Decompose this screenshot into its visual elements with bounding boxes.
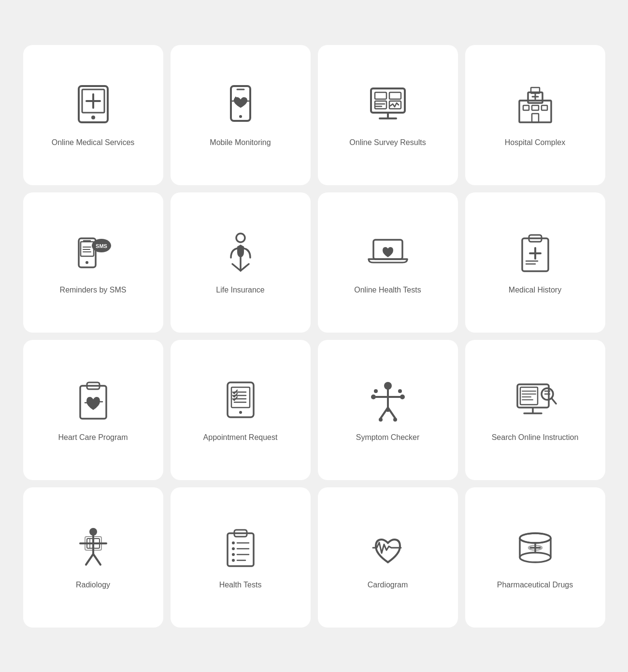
card-heart-care-program[interactable]: Heart Care Program (23, 340, 163, 480)
svg-point-52 (239, 411, 242, 414)
health-tests-icon (216, 524, 265, 572)
life-insurance-label: Life Insurance (216, 285, 265, 295)
svg-point-96 (232, 547, 235, 550)
card-pharmaceutical-drugs[interactable]: Pharmaceutical Drugs (465, 487, 605, 628)
svg-point-65 (374, 389, 378, 393)
svg-rect-20 (532, 105, 539, 110)
svg-point-4 (91, 116, 95, 119)
card-mobile-monitoring[interactable]: Mobile Monitoring (171, 45, 311, 185)
svg-point-97 (232, 553, 235, 556)
svg-rect-93 (228, 533, 254, 566)
svg-point-82 (89, 528, 97, 536)
online-survey-results-icon (364, 81, 412, 130)
svg-rect-22 (532, 114, 539, 122)
svg-point-95 (232, 541, 235, 544)
online-health-tests-icon (364, 229, 412, 277)
health-tests-label: Health Tests (219, 580, 262, 590)
mobile-monitoring-label: Mobile Monitoring (210, 137, 271, 148)
card-hospital-complex[interactable]: Hospital Complex (465, 45, 605, 185)
appointment-request-icon (216, 376, 265, 424)
svg-rect-11 (375, 92, 386, 99)
card-appointment-request[interactable]: Appointment Request (171, 340, 311, 480)
card-symptom-checker[interactable]: Symptom Checker (318, 340, 458, 480)
hospital-complex-label: Hospital Complex (505, 137, 565, 148)
svg-point-63 (371, 394, 376, 399)
svg-line-39 (232, 264, 241, 271)
svg-point-64 (400, 394, 405, 399)
symptom-checker-icon (364, 376, 412, 424)
card-life-insurance[interactable]: Life Insurance (171, 192, 311, 333)
svg-text:SMS: SMS (96, 243, 107, 249)
cardiogram-icon (364, 524, 412, 572)
search-online-instruction-label: Search Online Instruction (492, 432, 579, 443)
svg-rect-12 (389, 92, 401, 99)
pharmaceutical-drugs-icon (511, 524, 559, 572)
svg-line-40 (241, 264, 249, 271)
card-health-tests[interactable]: Health Tests (171, 487, 311, 628)
svg-rect-13 (375, 101, 386, 109)
svg-point-68 (393, 418, 397, 422)
heart-care-program-icon (69, 376, 117, 424)
radiology-label: Radiology (76, 580, 110, 590)
svg-rect-19 (523, 105, 529, 110)
svg-point-104 (520, 553, 551, 562)
icon-grid: Online Medical Services Mobile Monitorin… (14, 35, 615, 637)
reminders-by-sms-icon: SMS (69, 229, 117, 277)
appointment-request-label: Appointment Request (203, 432, 278, 443)
medical-history-icon (511, 229, 559, 277)
symptom-checker-label: Symptom Checker (356, 432, 420, 443)
card-radiology[interactable]: Radiology (23, 487, 163, 628)
svg-rect-21 (542, 105, 547, 110)
svg-line-85 (86, 554, 93, 565)
svg-point-66 (398, 389, 402, 393)
svg-rect-73 (520, 387, 538, 405)
search-online-instruction-icon (511, 376, 559, 424)
card-reminders-by-sms[interactable]: SMS Reminders by SMS (23, 192, 163, 333)
svg-point-58 (384, 382, 392, 390)
heart-care-program-label: Heart Care Program (58, 432, 128, 443)
svg-point-107 (520, 533, 551, 543)
svg-line-79 (552, 398, 556, 404)
cardiogram-label: Cardiogram (368, 580, 408, 590)
svg-point-69 (386, 408, 390, 412)
svg-line-86 (93, 554, 100, 565)
card-online-health-tests[interactable]: Online Health Tests (318, 192, 458, 333)
pharmaceutical-drugs-label: Pharmaceutical Drugs (497, 580, 573, 590)
svg-point-98 (232, 559, 235, 562)
card-online-medical-services[interactable]: Online Medical Services (23, 45, 163, 185)
mobile-monitoring-icon (216, 81, 265, 130)
card-medical-history[interactable]: Medical History (465, 192, 605, 333)
svg-point-6 (239, 115, 242, 118)
online-medical-services-icon (69, 81, 117, 130)
card-online-survey-results[interactable]: Online Survey Results (318, 45, 458, 185)
card-cardiogram[interactable]: Cardiogram (318, 487, 458, 628)
card-search-online-instruction[interactable]: Search Online Instruction (465, 340, 605, 480)
radiology-icon (69, 524, 117, 572)
svg-point-37 (236, 234, 245, 242)
svg-point-67 (379, 418, 383, 422)
reminders-by-sms-label: Reminders by SMS (60, 285, 127, 295)
online-health-tests-label: Online Health Tests (354, 285, 421, 295)
online-medical-services-label: Online Medical Services (52, 137, 135, 148)
medical-history-label: Medical History (509, 285, 561, 295)
life-insurance-icon (216, 229, 265, 277)
online-survey-results-label: Online Survey Results (349, 137, 426, 148)
svg-point-29 (86, 261, 88, 264)
hospital-complex-icon (511, 81, 559, 130)
